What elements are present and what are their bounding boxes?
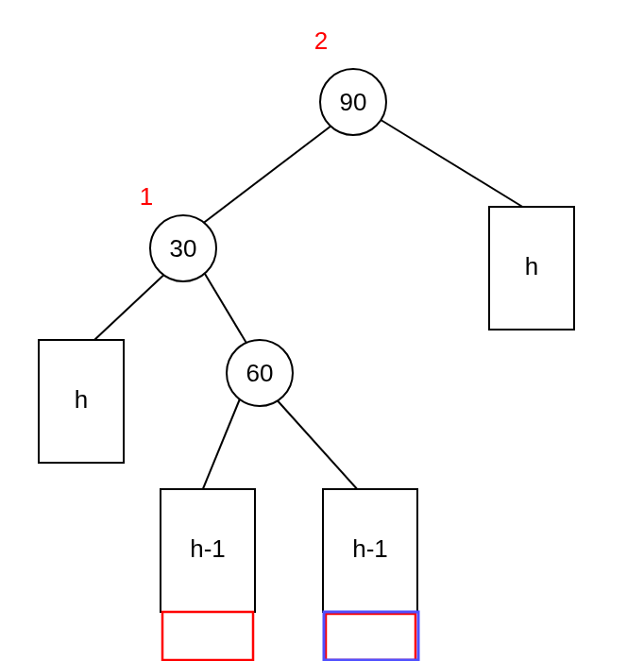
highlight-blue-box (324, 612, 418, 660)
edge-n60-right (274, 397, 359, 491)
highlight-red-box (162, 612, 253, 660)
subtree-n30-left: h (39, 340, 124, 463)
node-root: 90 (320, 69, 386, 135)
edge-root-right (378, 118, 524, 208)
edge-n30-left (94, 269, 170, 340)
subtree-n60-right: h-1 (323, 489, 417, 612)
highlight-red-box-2 (326, 614, 415, 660)
subtree-root-right-label: h (525, 252, 538, 280)
annotation-root: 2 (314, 26, 328, 55)
node-root-value: 90 (340, 88, 367, 116)
node-n30-value: 30 (170, 234, 197, 263)
node-n60: 60 (227, 340, 293, 406)
subtree-n30-left-label: h (75, 385, 88, 414)
subtree-root-right: h (489, 207, 574, 330)
edge-root-left (201, 123, 335, 225)
edge-n60-left (202, 397, 241, 491)
node-n30: 30 (150, 215, 216, 281)
subtree-n60-left-label: h-1 (190, 534, 226, 563)
node-n60-value: 60 (246, 359, 274, 387)
subtree-n60-left: h-1 (161, 489, 255, 612)
edge-n30-right (202, 269, 250, 349)
subtree-n60-right-label: h-1 (352, 534, 388, 563)
annotation-left-child: 1 (140, 182, 153, 211)
